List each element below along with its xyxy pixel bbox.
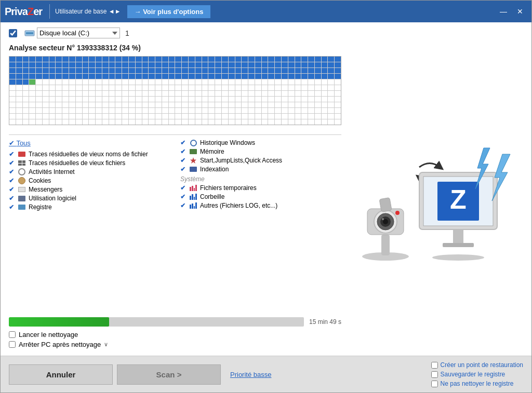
tous-link[interactable]: ✔ Tous <box>9 139 170 147</box>
sector-cell <box>62 119 69 125</box>
sector-cell <box>83 91 89 96</box>
left-panel: ✔ Tous ✔ Traces résiduelles de vieux nom… <box>9 56 341 350</box>
sector-cell <box>149 74 155 79</box>
sector-cell <box>23 57 29 62</box>
sector-cell <box>262 114 268 119</box>
sector-cell <box>255 91 261 96</box>
chevron-down-icon[interactable]: ∨ <box>104 341 108 348</box>
svg-point-18 <box>432 254 484 261</box>
sector-cell <box>16 79 22 85</box>
lancer-checkbox[interactable] <box>9 331 16 338</box>
sector-cell <box>202 62 208 67</box>
sector-cell <box>215 62 221 67</box>
sauvegarder-checkbox[interactable] <box>431 371 438 378</box>
lightning2-icon <box>471 146 492 191</box>
sector-cell <box>162 79 168 85</box>
sector-cell <box>69 62 75 67</box>
sector-cell <box>96 74 102 79</box>
priority-link[interactable]: Priorité basse <box>230 371 271 378</box>
label-corbeille: Corbeille <box>200 193 224 200</box>
sector-cell <box>295 102 301 107</box>
sector-cell <box>235 57 242 62</box>
sector-cell <box>322 102 328 107</box>
sector-cell <box>62 91 69 96</box>
analysis-title: Analyse secteur N° 1393338312 (34 %) <box>9 44 523 52</box>
drive-select[interactable]: Disque local (C:) <box>37 28 120 38</box>
more-options-button[interactable]: → Voir plus d'options <box>127 5 211 18</box>
sector-cell <box>182 102 188 107</box>
check-6: ✔ <box>9 195 15 202</box>
sector-cell <box>76 62 82 67</box>
sector-cell <box>322 79 328 85</box>
sector-cell <box>175 74 181 79</box>
drive-checkbox[interactable] <box>9 29 17 37</box>
sector-cell <box>262 85 268 90</box>
sector-cell <box>122 74 128 79</box>
minimize-button[interactable]: — <box>496 4 511 19</box>
close-button[interactable]: ✕ <box>513 4 527 19</box>
sector-cell <box>248 79 255 85</box>
sector-cell <box>169 108 175 113</box>
sector-cell <box>136 119 142 125</box>
sector-cell <box>83 68 89 73</box>
progress-row: 15 min 49 s <box>9 317 341 327</box>
icon-mail-1 <box>18 186 26 193</box>
sector-cell <box>288 68 295 73</box>
sector-cell <box>229 85 235 90</box>
app-logo: PrivaZer <box>5 6 42 18</box>
sector-cell <box>275 62 281 67</box>
label-registre: Registre <box>29 204 52 211</box>
annuler-button[interactable]: Annuler <box>9 364 113 385</box>
sector-cell <box>23 74 29 79</box>
icon-cookie-1 <box>18 177 26 184</box>
sector-cell <box>308 114 314 119</box>
icon-grid-1 <box>18 159 26 167</box>
sector-cell <box>268 97 274 102</box>
label-indexation: Indexation <box>200 166 229 173</box>
sector-cell <box>282 85 288 90</box>
button-bar: Annuler Scan > Priorité basse Créer un p… <box>1 356 531 392</box>
ne-pas-checkbox[interactable] <box>431 381 438 387</box>
sector-cell <box>189 79 195 85</box>
sector-cell <box>149 62 155 67</box>
svg-rect-16 <box>453 229 463 244</box>
sector-cell <box>89 57 95 62</box>
sector-cell <box>36 97 42 102</box>
sector-cell <box>109 62 115 67</box>
sector-cell <box>49 62 56 67</box>
check-r3: ✔ <box>180 157 187 164</box>
sector-cell <box>36 57 42 62</box>
sector-cell <box>56 68 62 73</box>
sector-cell <box>189 85 195 90</box>
item-autres: ✔ Autres (Fichiers LOG, etc...) <box>180 202 341 209</box>
creer-checkbox[interactable] <box>431 362 438 369</box>
sector-cell <box>49 114 56 119</box>
sector-cell <box>208 57 215 62</box>
sector-cell <box>76 91 82 96</box>
sector-cell <box>229 91 235 96</box>
sector-cell <box>43 102 49 107</box>
sector-cell <box>149 108 155 113</box>
progress-bar-outer <box>9 317 304 327</box>
sector-cell <box>208 108 215 113</box>
arreter-checkbox[interactable] <box>9 341 16 348</box>
sector-cell <box>83 62 89 67</box>
svg-rect-11 <box>379 197 392 212</box>
sector-cell <box>308 85 314 90</box>
sector-cell <box>195 91 202 96</box>
sector-cell <box>115 57 122 62</box>
sector-cell <box>202 97 208 102</box>
scan-button[interactable]: Scan > <box>117 364 221 385</box>
sector-cell <box>142 62 149 67</box>
sector-cell <box>96 68 102 73</box>
sector-cell <box>155 91 162 96</box>
sector-cell <box>182 74 188 79</box>
drive-icon <box>24 29 35 37</box>
sector-cell <box>83 79 89 85</box>
main-window: PrivaZer Utilisateur de base ◄► → Voir p… <box>0 0 532 393</box>
sector-cell <box>36 102 42 107</box>
sector-cell <box>115 114 122 119</box>
sector-cell <box>69 74 75 79</box>
sector-cell <box>109 108 115 113</box>
sector-cell <box>215 57 221 62</box>
